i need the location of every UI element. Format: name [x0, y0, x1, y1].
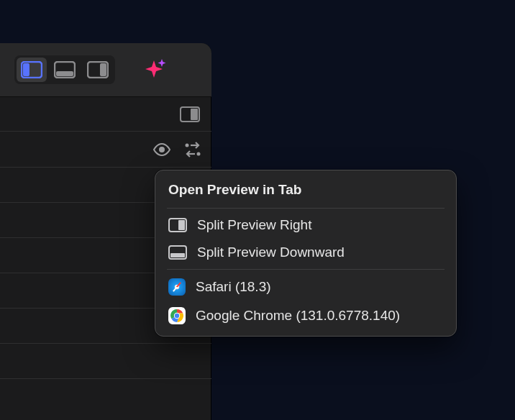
svg-rect-5 [100, 63, 106, 76]
svg-point-10 [197, 152, 201, 155]
menu-item-label: Split Preview Downward [197, 245, 345, 260]
menu-item-split-right[interactable]: Split Preview Right [155, 211, 456, 239]
svg-rect-3 [56, 71, 73, 76]
layout-left-sidebar-button[interactable] [17, 58, 47, 82]
safari-app-icon [168, 278, 186, 296]
menu-item-safari[interactable]: Safari (18.3) [155, 273, 456, 301]
menu-item-label: Safari (18.3) [196, 279, 271, 295]
svg-point-9 [186, 143, 189, 147]
svg-rect-14 [170, 253, 185, 257]
layout-left-icon [21, 61, 42, 78]
menu-item-split-downward[interactable]: Split Preview Downward [155, 239, 456, 266]
split-down-icon [168, 245, 187, 260]
ai-sparkle-button[interactable] [141, 55, 170, 84]
layout-toggle-group [14, 55, 115, 84]
svg-rect-12 [178, 220, 185, 230]
list-row [0, 342, 211, 379]
svg-point-8 [159, 147, 165, 152]
popover-title-text: Open Preview in Tab [168, 182, 301, 198]
svg-rect-1 [23, 63, 29, 76]
split-vertical-icon[interactable] [180, 106, 200, 122]
swap-arrows-icon[interactable] [184, 142, 201, 158]
popover-title: Open Preview in Tab [155, 176, 456, 205]
svg-rect-7 [191, 109, 198, 120]
layout-bottom-icon [54, 61, 76, 78]
preview-actions-row [0, 132, 211, 168]
popover-separator [167, 208, 445, 209]
layout-right-sidebar-button[interactable] [83, 58, 113, 82]
menu-item-label: Google Chrome (131.0.6778.140) [196, 308, 400, 324]
preview-mode-row [0, 97, 211, 132]
top-toolbar [0, 43, 211, 97]
layout-right-icon [87, 61, 109, 78]
chrome-app-icon [168, 307, 186, 324]
svg-point-17 [175, 314, 179, 318]
split-right-icon [168, 218, 187, 232]
sparkle-icon [143, 58, 168, 82]
layout-bottom-panel-button[interactable] [50, 58, 80, 82]
eye-icon[interactable] [152, 143, 171, 156]
menu-item-chrome[interactable]: Google Chrome (131.0.6778.140) [155, 301, 456, 330]
menu-item-label: Split Preview Right [197, 217, 311, 233]
popover-separator [167, 269, 445, 270]
preview-destination-popover: Open Preview in Tab Split Preview Right … [155, 170, 457, 337]
